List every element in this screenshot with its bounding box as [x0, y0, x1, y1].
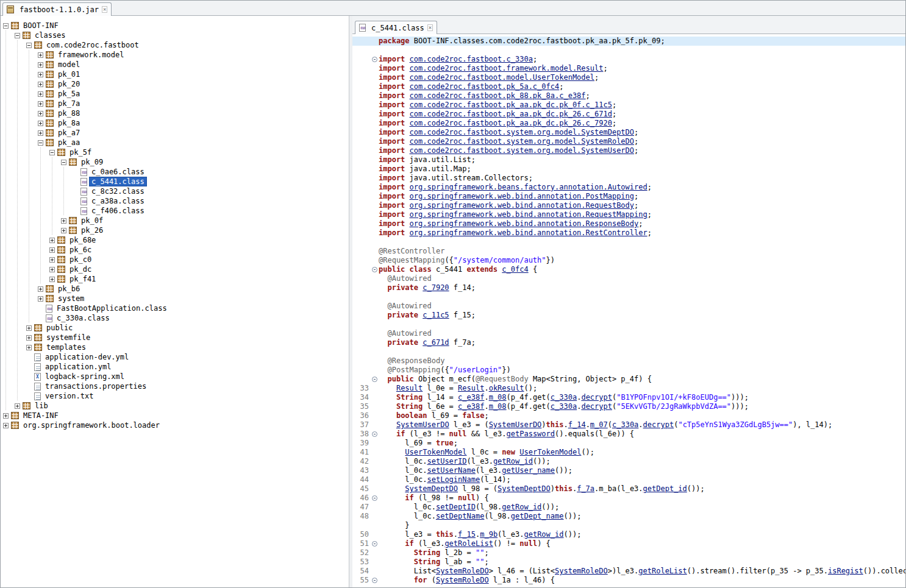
tree-item-c-8c32-class[interactable]: c_8c32.class [1, 186, 349, 196]
collapse-icon[interactable] [49, 150, 55, 155]
code-link[interactable]: com.code2roc.fastboot.system.org.model.S… [410, 146, 634, 155]
code-link[interactable]: c_330a [612, 420, 638, 429]
code-link[interactable]: SystemRoleDO [555, 567, 608, 575]
tree-item-com-code2roc-fastboot[interactable]: com.code2roc.fastboot [1, 40, 349, 50]
expand-icon[interactable] [38, 82, 43, 87]
code-link[interactable]: getRoleList [444, 539, 493, 548]
tree-item-system[interactable]: system [1, 294, 349, 303]
code-link[interactable]: com.code2roc.fastboot.pk_aa.pk_dc.pk_0f.… [410, 101, 612, 109]
expand-icon[interactable] [3, 423, 9, 428]
code-link[interactable]: Result [396, 384, 423, 392]
code-link[interactable]: f_15 [458, 530, 476, 539]
code-view[interactable]: package BOOT-INF.classes.com.code2roc.fa… [352, 34, 905, 587]
expand-icon[interactable] [38, 130, 43, 136]
tree-item-model[interactable]: model [1, 60, 349, 69]
code-link[interactable]: isRegist [828, 567, 863, 575]
tree-item-version-txt[interactable]: version.txt [1, 391, 349, 401]
collapse-icon[interactable] [372, 541, 377, 547]
tree-item-c-330a-class[interactable]: c_330a.class [1, 313, 349, 323]
code-link[interactable]: m_07 [590, 420, 608, 429]
code-link[interactable]: org.springframework.web.bind.annotation.… [410, 192, 634, 200]
expand-icon[interactable] [15, 403, 20, 409]
tree-item-templates[interactable]: templates [1, 342, 349, 352]
tree-item-pk-5a[interactable]: pk_5a [1, 89, 349, 99]
tree-item-pk-68e[interactable]: pk_68e [1, 235, 349, 245]
tree-item-pk-09[interactable]: pk_09 [1, 157, 349, 167]
tree-item-public[interactable]: public [1, 323, 349, 333]
tree-item-c-f406-class[interactable]: c_f406.class [1, 206, 349, 216]
code-link[interactable]: UserTokenModel [519, 448, 581, 456]
code-link[interactable]: com.code2roc.fastboot.system.org.model.S… [410, 128, 634, 136]
expand-icon[interactable] [49, 238, 55, 243]
collapse-icon[interactable] [26, 43, 32, 48]
collapse-icon[interactable] [372, 377, 377, 382]
expand-icon[interactable] [3, 413, 9, 419]
code-link[interactable]: SystemRoleDO [436, 567, 489, 575]
code-link[interactable]: UserTokenModel [405, 448, 466, 456]
code-link[interactable]: SystemUserDO [396, 420, 449, 429]
code-link[interactable]: getRow_id [502, 503, 541, 511]
expand-icon[interactable] [61, 218, 66, 224]
code-link[interactable]: com.code2roc.fastboot.model.UserTokenMod… [410, 73, 594, 82]
expand-icon[interactable] [38, 121, 43, 126]
code-link[interactable]: c_0fc4 [502, 265, 528, 274]
expand-icon[interactable] [38, 111, 43, 116]
code-link[interactable]: getRow_id [524, 530, 563, 539]
collapse-icon[interactable] [372, 495, 377, 501]
collapse-icon[interactable] [372, 57, 377, 62]
code-link[interactable]: f_14 [568, 420, 586, 429]
tree-item-classes[interactable]: classes [1, 30, 349, 40]
tree-item-pk-0f[interactable]: pk_0f [1, 216, 349, 225]
tree-item-application-dev-yml[interactable]: application-dev.yml [1, 352, 349, 362]
code-link[interactable]: decrypt [581, 402, 612, 411]
collapse-icon[interactable] [372, 267, 377, 272]
code-link[interactable]: setDeptID [436, 503, 476, 511]
code-link[interactable]: com.code2roc.fastboot.framework.model.Re… [410, 64, 604, 73]
code-link[interactable]: org.springframework.web.bind.annotation.… [410, 210, 647, 219]
expand-icon[interactable] [49, 267, 55, 272]
tree-item-pk-20[interactable]: pk_20 [1, 79, 349, 89]
expand-icon[interactable] [38, 101, 43, 107]
tree-item-pk-6c[interactable]: pk_6c [1, 245, 349, 255]
code-link[interactable]: setUserID [427, 457, 466, 466]
code-link[interactable]: c_e38f [458, 393, 484, 402]
expand-icon[interactable] [49, 247, 55, 253]
code-link[interactable]: com.code2roc.fastboot.pk_aa.pk_dc.pk_26.… [410, 110, 612, 118]
code-link[interactable]: f_7a [577, 484, 594, 493]
code-link[interactable]: Result [458, 384, 484, 392]
tree-item-pk-f41[interactable]: pk_f41 [1, 274, 349, 284]
tree-item-pk-aa[interactable]: pk_aa [1, 138, 349, 147]
collapse-icon[interactable] [61, 160, 66, 165]
code-link[interactable]: getDept_id [643, 484, 687, 493]
code-link[interactable]: SystemUserDO [489, 420, 542, 429]
tree-item-pk-01[interactable]: pk_01 [1, 69, 349, 79]
code-link[interactable]: m_08 [489, 402, 507, 411]
expand-icon[interactable] [38, 286, 43, 292]
code-link[interactable]: setDeptName [436, 512, 484, 520]
code-link[interactable]: c_7920 [423, 283, 449, 292]
code-link[interactable]: m_08 [489, 393, 507, 402]
tree-item-meta-inf[interactable]: META-INF [1, 411, 349, 420]
code-link[interactable]: SystemDeptDO [498, 484, 551, 493]
code-link[interactable]: com.code2roc.fastboot.pk_aa.pk_dc.pk_26.… [410, 119, 612, 127]
tree-item-c-a38a-class[interactable]: c_a38a.class [1, 196, 349, 206]
tree-item-pk-7a[interactable]: pk_7a [1, 99, 349, 108]
collapse-icon[interactable] [15, 33, 20, 38]
code-link[interactable]: okResult [489, 384, 524, 392]
expand-icon[interactable] [38, 52, 43, 58]
expand-icon[interactable] [61, 228, 66, 233]
code-link[interactable]: com.code2roc.fastboot.pk_5a.c_0fc4 [410, 82, 560, 91]
code-link[interactable]: com.code2roc.fastboot.c_330a [410, 55, 533, 63]
collapse-icon[interactable] [372, 578, 377, 583]
code-link[interactable]: getRow_id [493, 457, 533, 466]
tab-fastboot-jar[interactable]: fastboot-1.1.0.jar ✕ [2, 2, 112, 16]
code-link[interactable]: getRoleList [638, 567, 687, 575]
tree-item-transactions-properties[interactable]: transactions.properties [1, 381, 349, 391]
tree-item-pk-26[interactable]: pk_26 [1, 225, 349, 235]
code-link[interactable]: com.code2roc.fastboot.pk_88.pk_8a.c_e38f [410, 91, 586, 100]
expand-icon[interactable] [26, 345, 32, 350]
tree-item-lib[interactable]: lib [1, 401, 349, 411]
code-link[interactable]: m_9b [480, 530, 498, 539]
code-link[interactable]: c_e38f [458, 402, 484, 411]
code-link[interactable]: org.springframework.web.bind.annotation.… [410, 228, 647, 237]
